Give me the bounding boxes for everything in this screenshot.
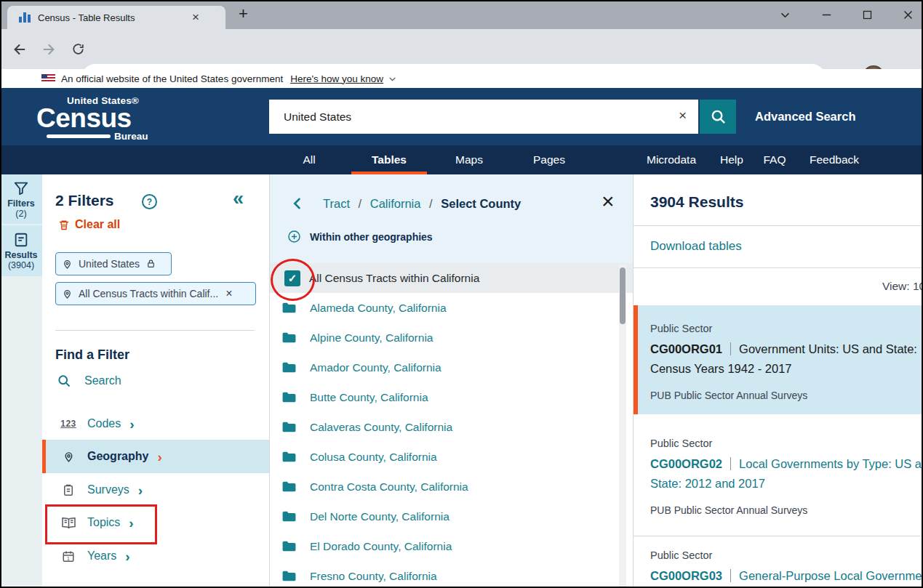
back-chevron-icon[interactable] bbox=[290, 196, 305, 211]
reload-icon[interactable] bbox=[71, 42, 85, 56]
filter-chip-census-tracts[interactable]: All Census Tracts within Calif... × bbox=[55, 282, 256, 305]
category-label: Surveys bbox=[87, 483, 129, 496]
rail-filters-button[interactable]: Filters (2) bbox=[0, 174, 42, 224]
forward-icon[interactable] bbox=[41, 41, 57, 57]
back-icon[interactable] bbox=[12, 41, 28, 57]
scrollbar bbox=[619, 265, 626, 588]
tab-search-icon[interactable] bbox=[779, 9, 791, 21]
search-input[interactable] bbox=[269, 100, 676, 134]
tab-tables[interactable]: Tables bbox=[372, 145, 407, 174]
download-tables-link[interactable]: Download tables bbox=[650, 239, 742, 254]
breadcrumb-separator: / bbox=[429, 197, 433, 210]
tab-pages[interactable]: Pages bbox=[533, 145, 565, 174]
tab-all[interactable]: All bbox=[303, 145, 315, 174]
rail-results-label: Results bbox=[4, 250, 37, 260]
search-clear-icon[interactable]: × bbox=[679, 108, 687, 124]
county-row[interactable]: Contra Costa County, California bbox=[270, 472, 634, 502]
county-list: ✓ All Census Tracts within California Al… bbox=[270, 263, 634, 588]
search-icon bbox=[710, 108, 727, 125]
search-button[interactable] bbox=[700, 100, 736, 134]
plus-circle-icon bbox=[287, 230, 301, 243]
view-count-label: View: 10 bbox=[882, 280, 923, 293]
how-you-know-link[interactable]: Here's how you know bbox=[290, 73, 383, 84]
checkbox-checked-icon[interactable]: ✓ bbox=[284, 270, 300, 286]
result-card[interactable]: Public Sector CG00ORG03General-Purpose L… bbox=[634, 536, 923, 588]
county-row[interactable]: El Dorado County, California bbox=[270, 531, 634, 561]
help-icon[interactable]: ? bbox=[142, 194, 157, 209]
results-document-icon bbox=[13, 232, 29, 248]
chevron-right-icon: › bbox=[138, 483, 143, 497]
category-surveys[interactable]: Surveys › bbox=[42, 473, 269, 507]
result-category: Public Sector bbox=[650, 536, 923, 561]
location-pin-icon bbox=[62, 258, 73, 270]
result-category: Public Sector bbox=[650, 416, 923, 449]
county-row[interactable]: Butte County, California bbox=[270, 382, 634, 412]
census-logo[interactable]: United States® Census Bureau bbox=[36, 95, 148, 142]
category-topics[interactable]: Topics › bbox=[42, 506, 269, 539]
folder-icon bbox=[281, 421, 297, 433]
county-row[interactable]: Fresno County, California bbox=[270, 561, 634, 588]
chevron-down-icon[interactable] bbox=[388, 74, 397, 84]
folder-icon bbox=[281, 331, 297, 344]
tab-help[interactable]: Help bbox=[720, 145, 743, 174]
tab-close-icon[interactable]: × bbox=[192, 10, 199, 25]
county-row[interactable]: Alpine County, California bbox=[270, 323, 634, 353]
chip-label: United States bbox=[79, 258, 140, 270]
book-icon bbox=[60, 517, 77, 529]
folder-icon bbox=[281, 480, 297, 493]
remove-chip-icon[interactable]: × bbox=[225, 287, 232, 300]
close-window-icon[interactable] bbox=[902, 9, 914, 21]
tab-feedback[interactable]: Feedback bbox=[810, 145, 859, 174]
chevron-right-icon: › bbox=[129, 516, 133, 530]
filter-search-label: Search bbox=[84, 374, 121, 387]
minimize-icon[interactable] bbox=[820, 9, 833, 21]
side-rail: Filters (2) Results (3904) bbox=[0, 174, 42, 588]
chevron-right-icon: › bbox=[157, 450, 161, 464]
advanced-search-link[interactable]: Advanced Search bbox=[755, 110, 855, 124]
breadcrumb-california[interactable]: California bbox=[370, 197, 421, 210]
window-controls bbox=[779, 0, 914, 29]
result-survey: PUB Public Sector Annual Surveys bbox=[650, 504, 923, 516]
category-geography[interactable]: Geography › bbox=[42, 440, 273, 473]
category-label: Topics bbox=[87, 516, 120, 529]
calendar-icon: 1 bbox=[60, 549, 77, 563]
rail-results-button[interactable]: Results (3904) bbox=[0, 225, 42, 276]
category-codes[interactable]: 123 Codes › bbox=[42, 407, 269, 440]
within-other-geographies-button[interactable]: Within other geographies bbox=[287, 230, 433, 243]
breadcrumb-tract[interactable]: Tract bbox=[323, 197, 350, 210]
filter-funnel-icon bbox=[13, 180, 29, 196]
close-panel-icon[interactable]: × bbox=[602, 190, 615, 212]
browser-tab[interactable]: Census - Table Results × bbox=[7, 6, 225, 29]
logo-main-text: Census bbox=[36, 106, 148, 130]
scrollbar-thumb[interactable] bbox=[620, 267, 626, 324]
county-row[interactable]: Alameda County, California bbox=[270, 293, 634, 323]
filter-search-button[interactable]: Search bbox=[57, 374, 121, 388]
result-card[interactable]: Public Sector CG00ORG01Government Units:… bbox=[634, 305, 923, 414]
lock-icon bbox=[146, 259, 156, 269]
tab-maps[interactable]: Maps bbox=[455, 145, 483, 174]
category-years[interactable]: 1 Years › bbox=[42, 539, 269, 573]
clear-all-label: Clear all bbox=[75, 218, 120, 231]
tab-microdata[interactable]: Microdata bbox=[647, 145, 696, 174]
new-tab-button[interactable]: + bbox=[239, 4, 248, 23]
category-label: Codes bbox=[87, 417, 121, 430]
breadcrumb: Tract / California / Select County bbox=[323, 197, 521, 211]
folder-icon bbox=[281, 302, 297, 314]
geography-panel: Tract / California / Select County × Wit… bbox=[269, 174, 634, 588]
tab-faq[interactable]: FAQ bbox=[763, 145, 786, 174]
county-row[interactable]: Del Norte County, California bbox=[270, 502, 634, 531]
results-panel: 3904 Results Download tables View: 10 Pu… bbox=[633, 174, 923, 588]
tab-title: Census - Table Results bbox=[38, 12, 191, 23]
county-row[interactable]: Colusa County, California bbox=[270, 442, 634, 472]
results-count-title: 3904 Results bbox=[650, 193, 743, 211]
filter-chip-united-states[interactable]: United States bbox=[55, 252, 172, 275]
county-row[interactable]: Calaveras County, California bbox=[270, 412, 634, 442]
county-row[interactable]: Amador County, California bbox=[270, 353, 634, 382]
logo-underline bbox=[47, 134, 111, 138]
maximize-icon[interactable] bbox=[862, 9, 873, 20]
collapse-panel-icon[interactable]: « bbox=[233, 188, 244, 210]
breadcrumb-separator: / bbox=[359, 197, 362, 210]
select-all-tracts-row[interactable]: ✓ All Census Tracts within California bbox=[270, 263, 634, 293]
result-card[interactable]: Public Sector CG00ORG02Local Governments… bbox=[634, 416, 923, 535]
clear-all-button[interactable]: Clear all bbox=[58, 218, 120, 231]
